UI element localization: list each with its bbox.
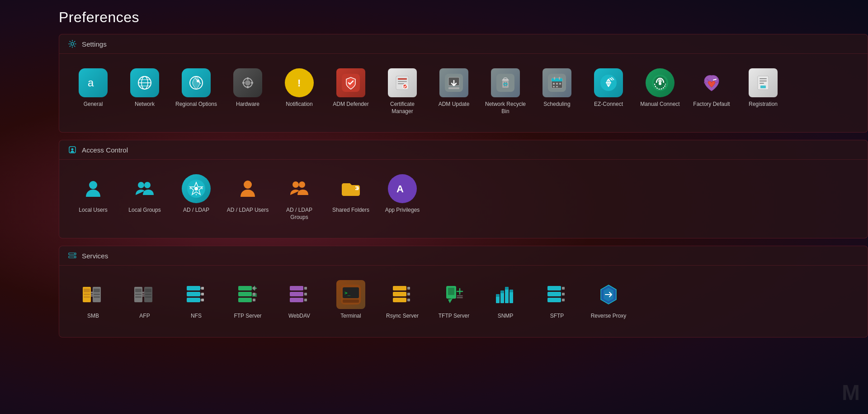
network-icon bbox=[130, 68, 159, 97]
page-title: Preferences bbox=[59, 9, 868, 26]
svg-rect-66 bbox=[94, 289, 100, 292]
svg-rect-118 bbox=[505, 287, 509, 290]
local-groups-item[interactable]: Local Groups bbox=[120, 169, 170, 224]
app-privileges-label: App Privileges bbox=[385, 207, 420, 214]
general-item[interactable]: a General bbox=[68, 63, 118, 119]
svg-rect-91 bbox=[253, 287, 255, 290]
svg-rect-99 bbox=[304, 299, 307, 301]
svg-rect-97 bbox=[304, 287, 307, 290]
ftp-label: FTP Server bbox=[234, 313, 261, 320]
terminal-icon: >_ bbox=[336, 280, 365, 309]
webdav-item[interactable]: WebDAV bbox=[274, 275, 324, 324]
ad-ldap-groups-item[interactable]: AD / LDAP Groups bbox=[274, 169, 324, 224]
svg-rect-106 bbox=[393, 298, 406, 302]
factory-default-item[interactable]: Factory Default bbox=[687, 63, 736, 119]
ad-ldap-label: AD / LDAP bbox=[183, 207, 209, 214]
regional-label: Regional Options bbox=[175, 101, 217, 108]
svg-rect-107 bbox=[407, 287, 410, 290]
svg-rect-73 bbox=[135, 289, 142, 292]
svg-point-62 bbox=[74, 257, 75, 257]
shared-folders-label: Shared Folders bbox=[332, 207, 369, 214]
svg-rect-82 bbox=[201, 287, 204, 290]
adm-update-item[interactable]: ADM Update bbox=[429, 63, 479, 119]
notification-label: Notification bbox=[286, 101, 312, 108]
shared-folders-item[interactable]: Shared Folders bbox=[326, 169, 376, 224]
svg-rect-121 bbox=[547, 292, 561, 296]
ezconnect-item[interactable]: EZ-Connect bbox=[584, 63, 633, 119]
cert-label: Certificate Manager bbox=[381, 101, 424, 115]
svg-rect-74 bbox=[145, 289, 151, 292]
network-label: Network bbox=[135, 101, 155, 108]
svg-point-50 bbox=[138, 182, 144, 188]
svg-rect-125 bbox=[562, 299, 565, 301]
svg-point-54 bbox=[244, 181, 252, 189]
registration-icon bbox=[749, 68, 778, 97]
recycle-item[interactable]: Network Recycle Bin bbox=[481, 63, 530, 119]
tftp-label: TFTP Server bbox=[439, 313, 469, 320]
network-item[interactable]: Network bbox=[120, 63, 170, 119]
svg-rect-105 bbox=[393, 292, 406, 296]
ad-ldap-users-item[interactable]: AD / LDAP Users bbox=[223, 169, 273, 224]
services-header: Services bbox=[59, 246, 868, 266]
sftp-item[interactable]: SFTP bbox=[532, 275, 582, 324]
tftp-icon bbox=[439, 280, 468, 309]
settings-label: Settings bbox=[82, 40, 107, 48]
svg-rect-109 bbox=[407, 299, 410, 301]
ftp-icon bbox=[233, 280, 262, 309]
smb-item[interactable]: SMB bbox=[68, 275, 118, 324]
services-label: Services bbox=[82, 252, 108, 260]
manual-connect-item[interactable]: Manual Connect bbox=[635, 63, 685, 119]
tftp-item[interactable]: TFTP Server bbox=[429, 275, 479, 324]
snmp-icon bbox=[491, 280, 520, 309]
svg-rect-68 bbox=[84, 296, 90, 298]
app-privileges-item[interactable]: A App Privileges bbox=[377, 169, 427, 224]
svg-rect-112 bbox=[496, 296, 500, 303]
svg-rect-98 bbox=[304, 293, 307, 295]
scheduling-label: Scheduling bbox=[543, 101, 570, 108]
rsync-item[interactable]: Rsync Server bbox=[377, 275, 427, 324]
reverse-proxy-item[interactable]: Reverse Proxy bbox=[584, 275, 633, 324]
svg-rect-88 bbox=[238, 286, 252, 290]
rsync-icon bbox=[388, 280, 417, 309]
factory-default-icon bbox=[697, 68, 726, 97]
snmp-item[interactable]: SNMP bbox=[481, 275, 530, 324]
scheduling-item[interactable]: Scheduling bbox=[532, 63, 582, 119]
terminal-label: Terminal bbox=[340, 313, 361, 320]
svg-rect-117 bbox=[500, 290, 504, 293]
notification-item[interactable]: ! Notification bbox=[274, 63, 324, 119]
svg-rect-94 bbox=[290, 286, 303, 290]
regional-item[interactable]: Regional Options bbox=[171, 63, 221, 119]
adm-update-icon bbox=[439, 68, 468, 97]
svg-rect-120 bbox=[547, 286, 561, 290]
cert-item[interactable]: Certificate Manager bbox=[377, 63, 427, 119]
snmp-label: SNMP bbox=[498, 313, 514, 320]
defender-item[interactable]: ADM Defender bbox=[326, 63, 376, 119]
nfs-label: NFS bbox=[191, 313, 202, 320]
watermark: M bbox=[842, 380, 859, 405]
svg-rect-12 bbox=[247, 86, 249, 88]
registration-item[interactable]: Registration bbox=[738, 63, 788, 119]
svg-rect-111 bbox=[448, 288, 454, 295]
svg-rect-43 bbox=[760, 78, 767, 79]
afp-item[interactable]: AFP bbox=[120, 275, 170, 324]
ad-ldap-users-label: AD / LDAP Users bbox=[227, 207, 269, 214]
ad-ldap-item[interactable]: AD / LDAP bbox=[171, 169, 221, 224]
webdav-label: WebDAV bbox=[288, 313, 310, 320]
access-control-label: Access Control bbox=[82, 146, 128, 154]
svg-point-10 bbox=[245, 80, 250, 86]
svg-rect-114 bbox=[505, 289, 509, 303]
svg-point-51 bbox=[144, 182, 151, 188]
local-users-item[interactable]: Local Users bbox=[68, 169, 118, 224]
svg-text:!: ! bbox=[297, 77, 301, 89]
svg-rect-45 bbox=[760, 83, 764, 84]
nfs-icon bbox=[182, 280, 211, 309]
registration-label: Registration bbox=[749, 101, 778, 108]
manual-connect-label: Manual Connect bbox=[640, 101, 679, 108]
ftp-item[interactable]: FTP Server bbox=[223, 275, 273, 324]
svg-rect-19 bbox=[398, 78, 407, 80]
svg-rect-77 bbox=[145, 294, 151, 295]
hardware-item[interactable]: Hardware bbox=[223, 63, 273, 119]
terminal-item[interactable]: >_ Terminal bbox=[326, 275, 376, 324]
svg-point-55 bbox=[292, 181, 299, 188]
nfs-item[interactable]: NFS bbox=[171, 275, 221, 324]
